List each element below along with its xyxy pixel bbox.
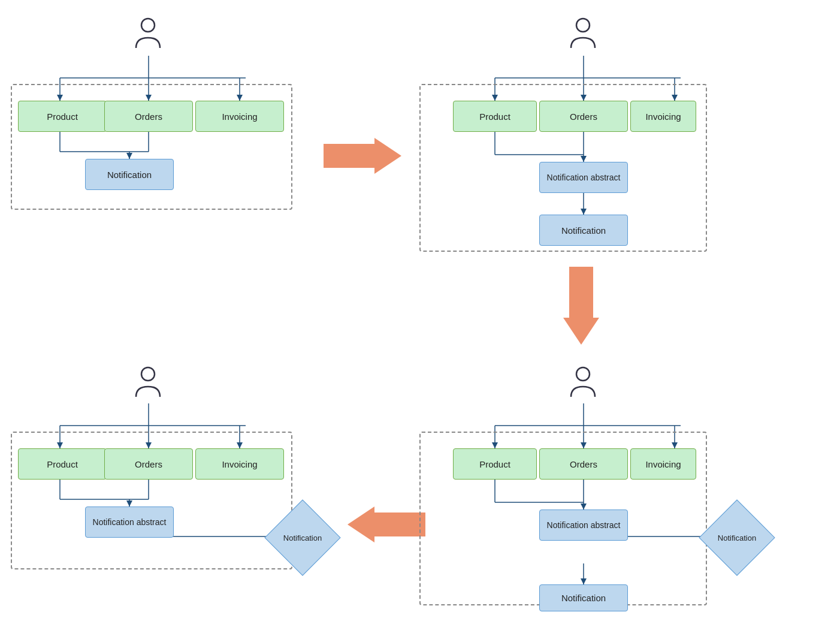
left-arrow-bottom <box>348 507 425 545</box>
canvas: Product Orders Invoicing Notification Pr… <box>0 0 840 618</box>
diamond-bl: Notification <box>276 511 330 565</box>
product-box-bl: Product <box>18 448 107 480</box>
down-arrow-right <box>563 267 599 347</box>
notif-abstract-box-tr: Notification abstract <box>539 162 628 193</box>
invoicing-box-br: Invoicing <box>630 448 696 480</box>
product-box-tl: Product <box>18 101 107 132</box>
svg-point-64 <box>576 19 590 32</box>
svg-point-66 <box>141 367 155 381</box>
invoicing-box-bl: Invoicing <box>195 448 284 480</box>
person-icon-top-left <box>133 17 163 50</box>
notif-abstract-box-br: Notification abstract <box>539 510 628 541</box>
product-box-br: Product <box>453 448 537 480</box>
orders-box-br: Orders <box>539 448 628 480</box>
orders-box-tl: Orders <box>104 101 193 132</box>
person-icon-bot-right <box>568 366 598 399</box>
svg-point-62 <box>141 19 155 32</box>
right-arrow-top <box>324 138 401 176</box>
notification-box-br: Notification <box>539 584 628 611</box>
product-box-tr: Product <box>453 101 537 132</box>
svg-point-68 <box>576 367 590 381</box>
orders-box-tr: Orders <box>539 101 628 132</box>
svg-marker-63 <box>324 138 401 174</box>
svg-marker-67 <box>348 507 425 542</box>
person-icon-top-right <box>568 17 598 50</box>
person-icon-bot-left <box>133 366 163 399</box>
orders-box-bl: Orders <box>104 448 193 480</box>
invoicing-box-tr: Invoicing <box>630 101 696 132</box>
diamond-br: Notification <box>710 511 764 565</box>
notification-box-tl: Notification <box>85 159 174 190</box>
notif-abstract-box-bl: Notification abstract <box>85 507 174 538</box>
notification-box-tr: Notification <box>539 215 628 246</box>
invoicing-box-tl: Invoicing <box>195 101 284 132</box>
svg-marker-65 <box>563 267 599 345</box>
